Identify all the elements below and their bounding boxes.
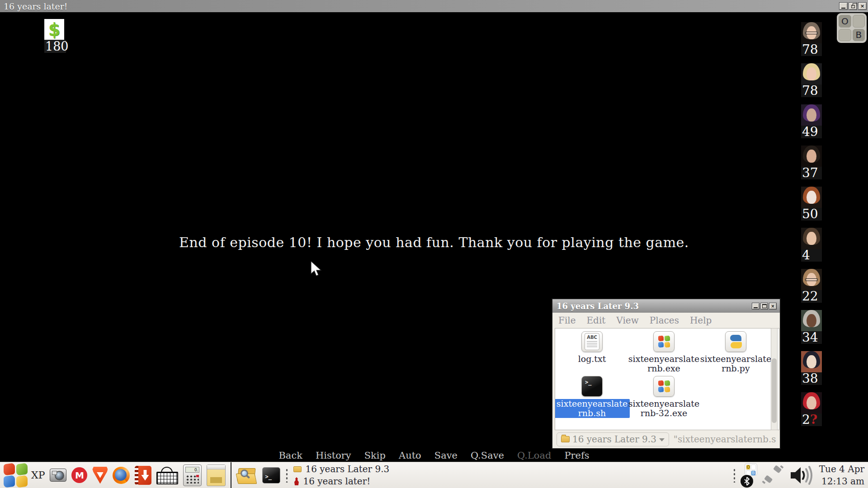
python-logo-icon <box>729 335 743 348</box>
minimize-icon <box>841 8 845 9</box>
windows-flag-icon <box>658 336 670 347</box>
portrait-5[interactable]: 50 <box>801 187 822 221</box>
ob-cell-o: O <box>746 465 751 470</box>
clock-time: 12:13 am <box>819 475 864 488</box>
plug-icon[interactable] <box>761 465 786 486</box>
face <box>807 191 816 204</box>
file-window-titlebar[interactable]: 16 years Later 9.3 × <box>552 299 780 313</box>
portrait-image <box>801 392 822 413</box>
game-window-titlebar[interactable]: 16 years later! × <box>0 0 868 12</box>
portrait-score: 78 <box>801 84 822 97</box>
keyboard-icon[interactable] <box>156 472 178 484</box>
file-list-area[interactable]: ABClog.txtsixteenyearslaternb.exesixteen… <box>555 328 779 430</box>
abc-page-icon: ABC <box>585 333 599 350</box>
maximize-button[interactable] <box>760 303 768 310</box>
notes-icon[interactable] <box>207 465 226 486</box>
file-search-icon[interactable] <box>236 466 257 484</box>
game-icon <box>293 477 299 485</box>
mega-icon[interactable]: M <box>71 467 87 483</box>
close-button[interactable]: × <box>858 2 867 10</box>
taskbar-window-button[interactable]: 16 years Later 9.3 <box>293 464 389 474</box>
portrait-7[interactable]: 22 <box>801 269 822 303</box>
portrait-image <box>801 228 822 249</box>
ob-cell-empty <box>751 465 756 470</box>
quick-menu-qload[interactable]: Q.Load <box>517 450 551 462</box>
portrait-score: 22 <box>801 290 822 303</box>
quick-menu-history[interactable]: History <box>316 450 351 462</box>
location-button[interactable]: 16 years Later 9.3 <box>557 432 669 446</box>
terminal-icon[interactable] <box>262 467 280 483</box>
portrait-8[interactable]: 34 <box>801 310 822 344</box>
video-downloader-icon[interactable] <box>135 466 151 485</box>
glasses-icon <box>805 278 818 281</box>
face <box>807 314 816 327</box>
tray-ob-indicator[interactable]: O B <box>745 463 757 476</box>
calculator-display: 0. <box>185 467 199 473</box>
quick-menu-prefs[interactable]: Prefs <box>564 450 589 462</box>
portrait-image <box>801 187 822 208</box>
quick-menu-skip[interactable]: Skip <box>364 450 386 462</box>
portrait-9[interactable]: 38 <box>801 351 822 385</box>
taskbar-grip[interactable] <box>285 468 288 483</box>
quick-menu-qsave[interactable]: Q.Save <box>471 450 504 462</box>
brave-browser-icon[interactable] <box>92 467 108 484</box>
minimize-icon <box>754 307 758 308</box>
start-menu-label[interactable]: XP <box>31 469 45 481</box>
menu-edit[interactable]: Edit <box>587 315 606 326</box>
taskbar-window-button[interactable]: 16 years later! <box>293 476 389 487</box>
game-screen[interactable]: $ 180 End of episode 10! I hope you had … <box>0 12 868 462</box>
portrait-2[interactable]: 78 <box>801 63 822 97</box>
system-tray: O B Tue 4 <box>733 463 865 488</box>
minimize-button[interactable] <box>839 2 848 10</box>
portrait-1[interactable]: 78 <box>801 22 822 56</box>
firefox-icon[interactable] <box>113 467 130 484</box>
folder-icon <box>293 466 302 472</box>
start-menu-icon[interactable] <box>3 463 28 488</box>
volume-icon[interactable] <box>790 465 815 486</box>
file-log.txt[interactable]: ABClog.txt <box>556 331 628 373</box>
ob-cell-empty[interactable] <box>853 15 865 28</box>
portrait-6[interactable]: 4 <box>801 228 822 262</box>
portrait-image <box>801 22 822 43</box>
portrait-image <box>801 310 822 331</box>
face <box>807 150 816 163</box>
tray-indicator-cluster: O B <box>740 463 757 488</box>
file-sixteenyearslaternb.py[interactable]: sixteenyearslaternb.py <box>700 331 772 373</box>
taskbar-clock[interactable]: Tue 4 Apr 12:13 am <box>819 463 865 488</box>
text-file-icon: ABC <box>581 331 603 352</box>
menu-view[interactable]: View <box>616 315 638 326</box>
scrollbar-thumb[interactable] <box>772 358 777 423</box>
tray-grip[interactable] <box>733 468 736 483</box>
file-window-statusbar: 16 years Later 9.3 "sixteenyearslaternb.… <box>552 430 780 448</box>
scrollbar[interactable] <box>771 328 778 430</box>
file-sixteenyearslaternb-32.exe[interactable]: sixteenyearslaternb-32.exe <box>628 376 700 418</box>
ob-cell-b[interactable]: B <box>853 29 865 42</box>
restore-button[interactable] <box>849 2 857 10</box>
file-label: sixteenyearslaternb.exe <box>626 354 702 373</box>
ob-cell-o[interactable]: O <box>839 15 851 28</box>
portrait-score: 2? <box>801 413 822 426</box>
task-title: 16 years later! <box>303 476 370 487</box>
calculator-icon[interactable]: 0. <box>183 465 202 486</box>
file-manager-window: 16 years Later 9.3 × FileEditViewPlacesH… <box>552 298 781 449</box>
close-button[interactable]: × <box>769 303 777 310</box>
menu-help[interactable]: Help <box>690 315 712 326</box>
quick-menu-save[interactable]: Save <box>434 450 458 462</box>
minimize-button[interactable] <box>752 303 760 310</box>
camera-icon[interactable] <box>50 469 66 482</box>
portrait-10[interactable]: 2? <box>801 392 822 426</box>
file-sixteenyearslaternb.sh[interactable]: >_sixteenyearslaternb.sh <box>556 376 628 418</box>
quick-menu-back[interactable]: Back <box>278 450 302 462</box>
file-label: sixteenyearslaternb.sh <box>555 399 630 418</box>
ob-widget[interactable]: O B <box>837 13 867 43</box>
ob-cell-empty[interactable] <box>839 29 851 42</box>
menu-places[interactable]: Places <box>650 315 679 326</box>
file-sixteenyearslaternb.exe[interactable]: sixteenyearslaternb.exe <box>628 331 700 373</box>
bluetooth-icon[interactable] <box>741 475 753 488</box>
taskbar: XP M 0. 16 years Later 9.316 years later… <box>0 462 868 488</box>
portrait-4[interactable]: 37 <box>801 145 822 179</box>
menu-file[interactable]: File <box>558 315 576 326</box>
game-window-title: 16 years later! <box>0 1 838 11</box>
quick-menu-auto[interactable]: Auto <box>399 450 421 462</box>
portrait-3[interactable]: 49 <box>801 104 822 138</box>
